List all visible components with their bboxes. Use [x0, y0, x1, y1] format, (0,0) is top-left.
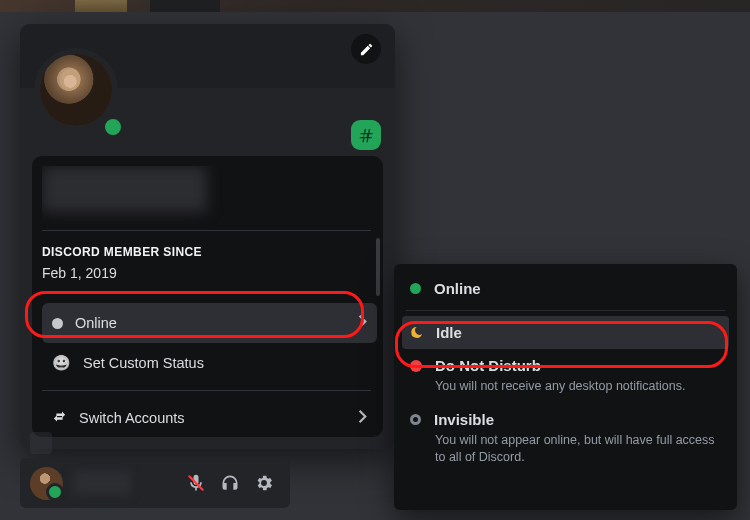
dnd-icon	[410, 360, 422, 372]
gear-icon	[254, 473, 274, 493]
divider	[42, 230, 371, 231]
userbar-avatar[interactable]	[30, 467, 63, 500]
switch-accounts-button[interactable]: Switch Accounts	[42, 398, 377, 427]
status-indicator-online-icon	[100, 114, 126, 140]
profile-scroller: DISCORD MEMBER SINCE Feb 1, 2019 Online …	[42, 166, 377, 427]
status-option-dnd[interactable]: Do Not Disturb You will not receive any …	[402, 349, 729, 403]
list-item-avatar	[30, 432, 52, 454]
status-option-label: Idle	[436, 324, 462, 341]
username-redacted	[42, 166, 207, 212]
status-label: Online	[75, 315, 117, 331]
member-since-header: DISCORD MEMBER SINCE	[42, 245, 377, 259]
status-option-description: You will not appear online, but will hav…	[435, 432, 721, 466]
edit-profile-button[interactable]	[351, 34, 381, 64]
hypesquad-badge[interactable]	[351, 120, 381, 150]
status-menu-trigger[interactable]: Online	[42, 303, 377, 343]
hash-icon	[358, 127, 374, 143]
user-bar	[20, 458, 290, 508]
status-option-idle[interactable]: Idle	[402, 316, 729, 349]
user-profile-popout: DISCORD MEMBER SINCE Feb 1, 2019 Online …	[20, 24, 395, 449]
online-dot-icon	[410, 283, 421, 294]
mic-muted-icon	[186, 473, 206, 493]
chevron-right-icon	[358, 410, 367, 426]
status-submenu: Online Idle Do Not Disturb You will not …	[394, 264, 737, 510]
switch-accounts-label: Switch Accounts	[79, 410, 185, 426]
headphones-icon	[220, 473, 240, 493]
avatar-wrap[interactable]	[34, 48, 124, 138]
status-online-dot-icon	[52, 318, 63, 329]
divider	[42, 390, 371, 391]
smiley-icon: 😀	[52, 354, 71, 372]
switch-accounts-icon	[52, 409, 67, 427]
status-option-description: You will not receive any desktop notific…	[435, 378, 721, 395]
background-list-row	[30, 432, 290, 454]
mute-mic-button[interactable]	[180, 467, 212, 499]
status-option-invisible[interactable]: Invisible You will not appear online, bu…	[402, 403, 729, 474]
status-option-label: Do Not Disturb	[435, 357, 541, 374]
status-option-label: Online	[434, 280, 481, 297]
deafen-button[interactable]	[214, 467, 246, 499]
set-custom-status-label: Set Custom Status	[83, 355, 204, 371]
member-since-value: Feb 1, 2019	[42, 265, 377, 281]
user-settings-button[interactable]	[248, 467, 280, 499]
status-option-online[interactable]: Online	[402, 272, 729, 305]
invisible-ring-icon	[410, 414, 421, 425]
set-custom-status-button[interactable]: 😀 Set Custom Status	[42, 343, 377, 383]
status-option-label: Invisible	[434, 411, 494, 428]
divider	[406, 310, 725, 311]
idle-moon-icon	[410, 326, 423, 339]
userbar-name-redacted	[73, 471, 131, 495]
profile-inner-panel: DISCORD MEMBER SINCE Feb 1, 2019 Online …	[32, 156, 383, 437]
pencil-icon	[359, 42, 374, 57]
app-top-banner	[0, 0, 750, 12]
chevron-right-icon	[358, 315, 367, 331]
